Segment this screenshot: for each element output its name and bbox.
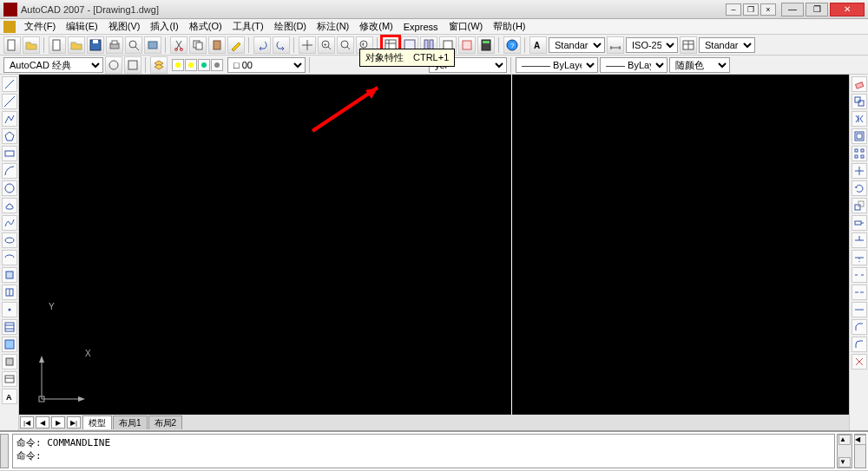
xline-button[interactable] (2, 94, 17, 109)
scroll-up-button[interactable]: ▲ (838, 435, 851, 445)
pline-button[interactable] (2, 111, 17, 127)
plot-button[interactable] (106, 36, 123, 54)
lineweight-select[interactable]: —— ByLayer (600, 57, 667, 73)
layer-lock-icon[interactable] (198, 59, 210, 71)
scroll-down-button[interactable]: ▼ (838, 457, 851, 468)
workspace-save-button[interactable] (124, 56, 141, 74)
gradient-button[interactable] (2, 337, 17, 352)
menu-format[interactable]: 格式(O) (184, 19, 227, 34)
matchprop-button[interactable] (227, 36, 245, 54)
doc-max-button[interactable]: ❐ (743, 3, 759, 16)
undo-button[interactable] (253, 36, 271, 54)
fillet-button[interactable] (852, 337, 867, 352)
help-button[interactable]: ? (503, 36, 521, 54)
close-button[interactable]: ✕ (830, 3, 865, 16)
paste-button[interactable] (208, 36, 226, 54)
maximize-button[interactable]: ❐ (806, 3, 828, 16)
publish-button[interactable] (144, 36, 161, 54)
quickcalc-button[interactable] (477, 36, 495, 54)
menu-insert[interactable]: 插入(I) (145, 19, 183, 34)
menu-view[interactable]: 视图(V) (103, 19, 146, 34)
minimize-button[interactable]: — (781, 3, 804, 16)
zoom-realtime-button[interactable]: + (318, 36, 335, 54)
scale-button[interactable] (852, 198, 867, 213)
tab-layout1[interactable]: 布局1 (113, 415, 148, 429)
workspace-select[interactable]: AutoCAD 经典 (3, 57, 103, 73)
layer-plot-icon[interactable] (211, 59, 223, 71)
menu-modify[interactable]: 修改(M) (354, 19, 398, 34)
menu-window[interactable]: 窗口(W) (444, 19, 489, 34)
explode-button[interactable] (852, 354, 867, 370)
command-grip[interactable] (0, 434, 9, 468)
tab-model[interactable]: 模型 (82, 415, 112, 429)
stretch-button[interactable] (852, 215, 867, 231)
mirror-button[interactable] (852, 111, 867, 127)
ellipse-button[interactable] (2, 232, 17, 248)
polygon-button[interactable] (2, 128, 17, 144)
layer-on-icon[interactable] (172, 59, 184, 71)
spline-button[interactable] (2, 215, 17, 231)
workspace-settings-button[interactable] (105, 56, 122, 74)
open-button[interactable] (23, 36, 40, 54)
textstyle-icon[interactable]: A (529, 36, 547, 54)
open2-button[interactable] (68, 36, 85, 54)
layer-select[interactable]: □ 00 (227, 57, 306, 73)
offset-button[interactable] (852, 128, 867, 144)
break-point-button[interactable] (852, 267, 867, 283)
linetype-select[interactable]: ——— ByLayer (516, 57, 598, 73)
layer-freeze-icon[interactable] (185, 59, 197, 71)
plot-preview-button[interactable] (125, 36, 142, 54)
break-button[interactable] (852, 285, 867, 300)
zoom-window-button[interactable] (337, 36, 354, 54)
dimstyle-select[interactable]: ISO-25 (626, 37, 678, 53)
arc-button[interactable] (2, 163, 17, 179)
menu-help[interactable]: 帮助(H) (488, 19, 530, 34)
make-block-button[interactable] (2, 285, 17, 300)
table-button[interactable] (2, 371, 17, 387)
doc-close-button[interactable]: × (760, 3, 776, 16)
tab-nav-prev[interactable]: ◀ (36, 416, 49, 428)
move-button[interactable] (852, 163, 867, 179)
color-select[interactable]: 随颜色 (669, 57, 730, 73)
rotate-button[interactable] (852, 180, 867, 196)
chamfer-button[interactable] (852, 319, 867, 335)
extend-button[interactable] (852, 250, 867, 265)
command-scrollbar[interactable]: ▲ ▼ (837, 434, 852, 468)
markup-button[interactable] (458, 36, 476, 54)
revcloud-button[interactable] (2, 198, 17, 213)
cut-button[interactable] (170, 36, 187, 54)
save-button[interactable] (87, 36, 104, 54)
tab-nav-last[interactable]: ▶| (67, 416, 81, 428)
doc-min-button[interactable]: – (726, 3, 741, 16)
tab-nav-first[interactable]: |◀ (20, 416, 34, 428)
line-button[interactable] (2, 76, 17, 92)
drawing-canvas[interactable]: Y X (19, 75, 849, 415)
qnew-button[interactable] (3, 36, 21, 54)
hatch-button[interactable] (2, 319, 17, 335)
menu-edit[interactable]: 编辑(E) (61, 19, 103, 34)
command-line[interactable]: 命令: COMMANDLINE 命令: (12, 434, 835, 468)
tab-layout2[interactable]: 布局2 (148, 415, 183, 429)
circle-button[interactable] (2, 180, 17, 196)
menu-file[interactable]: 文件(F) (19, 19, 61, 34)
region-button[interactable] (2, 354, 17, 370)
insert-block-button[interactable] (2, 267, 17, 283)
menu-dimension[interactable]: 标注(N) (312, 19, 354, 34)
rectangle-button[interactable] (2, 146, 17, 161)
new-button[interactable] (49, 36, 66, 54)
tab-nav-next[interactable]: ▶ (51, 416, 65, 428)
tablestyle-icon[interactable] (680, 36, 697, 54)
point-button[interactable] (2, 302, 17, 317)
copy-obj-button[interactable] (852, 94, 867, 109)
menu-draw[interactable]: 绘图(D) (269, 19, 312, 34)
erase-button[interactable] (852, 76, 867, 92)
join-button[interactable] (852, 302, 867, 317)
scroll-left-button[interactable]: ◀ (854, 435, 866, 445)
menu-tools[interactable]: 工具(T) (227, 19, 269, 34)
trim-button[interactable] (852, 232, 867, 248)
pan-button[interactable] (299, 36, 316, 54)
mtext-button[interactable]: A (2, 389, 17, 404)
array-button[interactable] (852, 146, 867, 161)
dimstyle-icon[interactable] (607, 36, 624, 54)
copy-button[interactable] (189, 36, 207, 54)
